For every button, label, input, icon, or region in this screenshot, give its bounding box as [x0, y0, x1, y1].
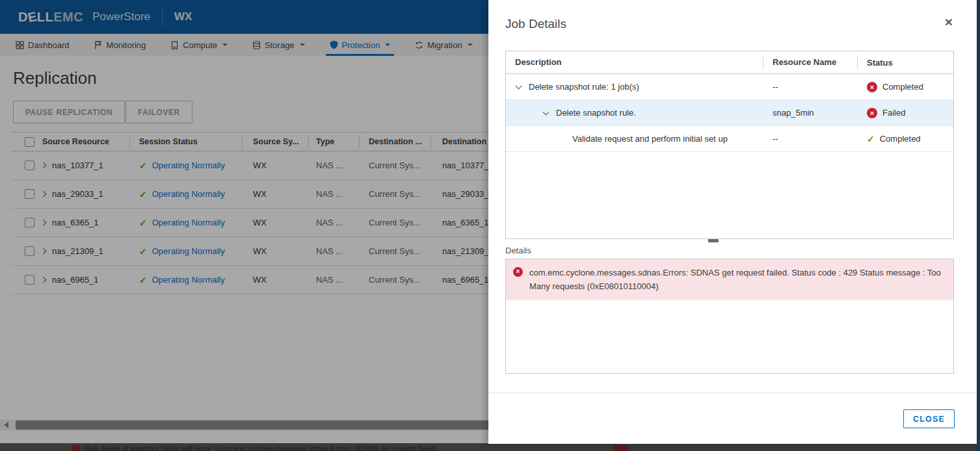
- resize-handle[interactable]: [708, 239, 719, 242]
- column-header: Status: [858, 58, 953, 68]
- job-details-panel: Job Details Description Resource Name St…: [488, 0, 977, 444]
- error-status-icon: [867, 108, 877, 118]
- footer-divider: [488, 393, 977, 393]
- details-label: Details: [505, 246, 531, 255]
- close-icon[interactable]: [942, 16, 956, 30]
- column-header: Description: [506, 55, 763, 70]
- details-box: com.emc.cyclone.messages.sdnas.Errors: S…: [505, 259, 954, 374]
- collapse-chevron-icon[interactable]: [543, 109, 550, 115]
- close-button[interactable]: CLOSE: [903, 409, 955, 428]
- job-table-header: Description Resource Name Status: [506, 51, 953, 74]
- column-header: Resource Name: [763, 55, 858, 70]
- status-label: Failed: [882, 108, 905, 118]
- error-status-icon: [867, 82, 877, 92]
- error-message-text: com.emc.cyclone.messages.sdnas.Errors: S…: [529, 268, 941, 291]
- screen: DELL EMC PowerStore WX Dashboard Monitor…: [0, 0, 980, 451]
- modal-title: Job Details: [505, 17, 566, 31]
- job-row[interactable]: Validate request and perform initial set…: [506, 126, 953, 152]
- job-steps-table: Description Resource Name Status Delete …: [505, 51, 954, 239]
- status-label: Completed: [882, 82, 923, 92]
- status-label: Completed: [880, 134, 921, 144]
- error-message-strip: com.emc.cyclone.messages.sdnas.Errors: S…: [506, 259, 953, 300]
- job-row[interactable]: Delete snapshot rule: 1 job(s) -- Comple…: [506, 74, 953, 100]
- success-check-icon: [867, 134, 875, 144]
- collapse-chevron-icon[interactable]: [516, 83, 522, 89]
- error-status-icon: [513, 267, 523, 277]
- job-row-selected[interactable]: Delete snapshot rule. snap_5min Failed: [506, 100, 953, 126]
